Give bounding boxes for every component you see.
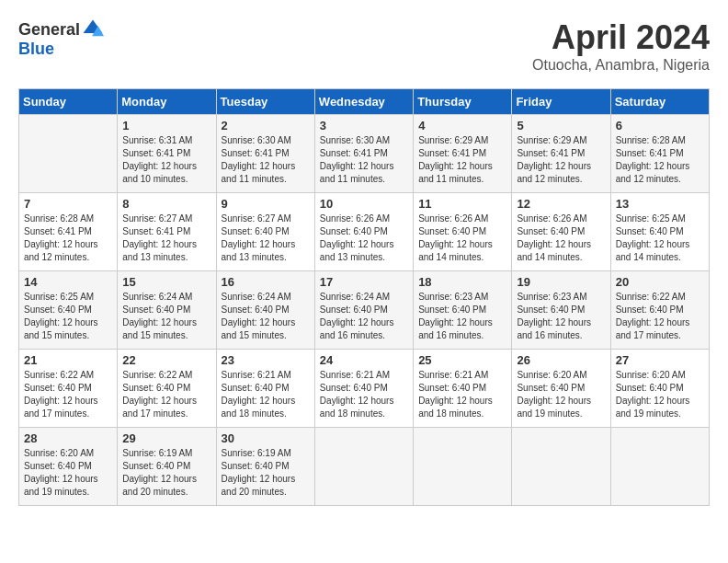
- weekday-header-saturday: Saturday: [610, 89, 709, 115]
- day-cell: 28Sunrise: 6:20 AMSunset: 6:40 PMDayligh…: [19, 428, 118, 506]
- day-number: 10: [320, 197, 408, 211]
- day-info: Sunrise: 6:31 AMSunset: 6:41 PMDaylight:…: [122, 134, 210, 186]
- calendar-table: SundayMondayTuesdayWednesdayThursdayFrid…: [18, 88, 710, 506]
- weekday-header-wednesday: Wednesday: [314, 89, 413, 115]
- day-cell: 17Sunrise: 6:24 AMSunset: 6:40 PMDayligh…: [314, 271, 413, 350]
- day-number: 29: [122, 431, 210, 445]
- day-info: Sunrise: 6:19 AMSunset: 6:40 PMDaylight:…: [122, 447, 210, 499]
- day-number: 12: [517, 197, 605, 211]
- day-cell: 12Sunrise: 6:26 AMSunset: 6:40 PMDayligh…: [512, 193, 610, 271]
- day-cell: 27Sunrise: 6:20 AMSunset: 6:40 PMDayligh…: [610, 350, 709, 428]
- header: General Blue April 2024 Otuocha, Anambra…: [18, 18, 710, 74]
- calendar-title: April 2024: [532, 18, 710, 57]
- day-number: 11: [418, 197, 506, 211]
- weekday-header-sunday: Sunday: [19, 89, 118, 115]
- day-info: Sunrise: 6:23 AMSunset: 6:40 PMDaylight:…: [418, 291, 506, 342]
- weekday-header-friday: Friday: [512, 89, 610, 115]
- day-cell: 4Sunrise: 6:29 AMSunset: 6:41 PMDaylight…: [414, 115, 512, 193]
- day-cell: 14Sunrise: 6:25 AMSunset: 6:40 PMDayligh…: [19, 271, 118, 350]
- day-cell: 8Sunrise: 6:27 AMSunset: 6:41 PMDaylight…: [118, 193, 216, 271]
- day-info: Sunrise: 6:22 AMSunset: 6:40 PMDaylight:…: [616, 291, 704, 342]
- day-info: Sunrise: 6:19 AMSunset: 6:40 PMDaylight:…: [222, 447, 310, 499]
- day-number: 6: [616, 119, 704, 132]
- day-cell: 13Sunrise: 6:25 AMSunset: 6:40 PMDayligh…: [610, 193, 709, 271]
- day-info: Sunrise: 6:21 AMSunset: 6:40 PMDaylight:…: [418, 369, 506, 420]
- day-info: Sunrise: 6:27 AMSunset: 6:41 PMDaylight:…: [122, 213, 210, 264]
- week-row-4: 21Sunrise: 6:22 AMSunset: 6:40 PMDayligh…: [19, 350, 710, 428]
- day-number: 19: [517, 275, 605, 289]
- day-number: 22: [122, 353, 210, 367]
- day-cell: 22Sunrise: 6:22 AMSunset: 6:40 PMDayligh…: [118, 350, 216, 428]
- day-cell: 26Sunrise: 6:20 AMSunset: 6:40 PMDayligh…: [512, 350, 610, 428]
- day-cell: 3Sunrise: 6:30 AMSunset: 6:41 PMDaylight…: [314, 115, 413, 193]
- day-number: 13: [616, 197, 704, 211]
- day-info: Sunrise: 6:24 AMSunset: 6:40 PMDaylight:…: [122, 291, 210, 342]
- day-info: Sunrise: 6:25 AMSunset: 6:40 PMDaylight:…: [616, 213, 704, 264]
- day-cell: 29Sunrise: 6:19 AMSunset: 6:40 PMDayligh…: [118, 428, 216, 506]
- day-number: 2: [222, 119, 310, 132]
- logo-blue: Blue: [18, 40, 54, 57]
- day-cell: 23Sunrise: 6:21 AMSunset: 6:40 PMDayligh…: [216, 350, 314, 428]
- day-cell: 19Sunrise: 6:23 AMSunset: 6:40 PMDayligh…: [512, 271, 610, 350]
- day-info: Sunrise: 6:20 AMSunset: 6:40 PMDaylight:…: [24, 447, 112, 499]
- day-cell: 30Sunrise: 6:19 AMSunset: 6:40 PMDayligh…: [216, 428, 314, 506]
- week-row-3: 14Sunrise: 6:25 AMSunset: 6:40 PMDayligh…: [19, 271, 710, 350]
- day-number: 24: [320, 353, 408, 367]
- day-info: Sunrise: 6:21 AMSunset: 6:40 PMDaylight:…: [320, 369, 408, 420]
- day-info: Sunrise: 6:26 AMSunset: 6:40 PMDaylight:…: [320, 213, 408, 264]
- title-area: April 2024 Otuocha, Anambra, Nigeria: [532, 18, 710, 74]
- day-number: 25: [418, 353, 506, 367]
- day-cell: 11Sunrise: 6:26 AMSunset: 6:40 PMDayligh…: [414, 193, 512, 271]
- day-cell: 15Sunrise: 6:24 AMSunset: 6:40 PMDayligh…: [118, 271, 216, 350]
- day-cell: 25Sunrise: 6:21 AMSunset: 6:40 PMDayligh…: [414, 350, 512, 428]
- day-info: Sunrise: 6:30 AMSunset: 6:41 PMDaylight:…: [320, 134, 408, 186]
- week-row-1: 1Sunrise: 6:31 AMSunset: 6:41 PMDaylight…: [19, 115, 710, 193]
- day-info: Sunrise: 6:22 AMSunset: 6:40 PMDaylight:…: [24, 369, 112, 420]
- day-number: 18: [418, 275, 506, 289]
- day-cell: 7Sunrise: 6:28 AMSunset: 6:41 PMDaylight…: [19, 193, 118, 271]
- day-number: 1: [122, 119, 210, 132]
- day-number: 14: [24, 275, 112, 289]
- day-cell: 9Sunrise: 6:27 AMSunset: 6:40 PMDaylight…: [216, 193, 314, 271]
- day-number: 5: [517, 119, 605, 132]
- logo-general: General: [18, 21, 80, 38]
- day-cell: [314, 428, 413, 506]
- day-cell: 6Sunrise: 6:28 AMSunset: 6:41 PMDaylight…: [610, 115, 709, 193]
- day-cell: [414, 428, 512, 506]
- day-number: 3: [320, 119, 408, 132]
- day-number: 8: [122, 197, 210, 211]
- day-number: 9: [222, 197, 310, 211]
- day-number: 30: [222, 431, 310, 445]
- day-info: Sunrise: 6:20 AMSunset: 6:40 PMDaylight:…: [616, 369, 704, 420]
- week-row-2: 7Sunrise: 6:28 AMSunset: 6:41 PMDaylight…: [19, 193, 710, 271]
- day-number: 17: [320, 275, 408, 289]
- day-number: 7: [24, 197, 112, 211]
- day-info: Sunrise: 6:25 AMSunset: 6:40 PMDaylight:…: [24, 291, 112, 342]
- day-info: Sunrise: 6:23 AMSunset: 6:40 PMDaylight:…: [517, 291, 605, 342]
- day-cell: 2Sunrise: 6:30 AMSunset: 6:41 PMDaylight…: [216, 115, 314, 193]
- day-cell: [610, 428, 709, 506]
- logo-icon: [82, 18, 104, 40]
- day-info: Sunrise: 6:24 AMSunset: 6:40 PMDaylight:…: [222, 291, 310, 342]
- day-info: Sunrise: 6:27 AMSunset: 6:40 PMDaylight:…: [222, 213, 310, 264]
- day-number: 15: [122, 275, 210, 289]
- logo: General Blue: [18, 18, 104, 57]
- day-number: 28: [24, 431, 112, 445]
- day-info: Sunrise: 6:29 AMSunset: 6:41 PMDaylight:…: [418, 134, 506, 186]
- weekday-header-tuesday: Tuesday: [216, 89, 314, 115]
- day-number: 23: [222, 353, 310, 367]
- day-cell: [19, 115, 118, 193]
- day-info: Sunrise: 6:26 AMSunset: 6:40 PMDaylight:…: [418, 213, 506, 264]
- day-cell: 16Sunrise: 6:24 AMSunset: 6:40 PMDayligh…: [216, 271, 314, 350]
- day-number: 4: [418, 119, 506, 132]
- day-info: Sunrise: 6:28 AMSunset: 6:41 PMDaylight:…: [616, 134, 704, 186]
- weekday-header-thursday: Thursday: [414, 89, 512, 115]
- weekday-header-monday: Monday: [118, 89, 216, 115]
- day-info: Sunrise: 6:28 AMSunset: 6:41 PMDaylight:…: [24, 213, 112, 264]
- week-row-5: 28Sunrise: 6:20 AMSunset: 6:40 PMDayligh…: [19, 428, 710, 506]
- day-cell: 5Sunrise: 6:29 AMSunset: 6:41 PMDaylight…: [512, 115, 610, 193]
- calendar-subtitle: Otuocha, Anambra, Nigeria: [532, 57, 710, 74]
- day-info: Sunrise: 6:29 AMSunset: 6:41 PMDaylight:…: [517, 134, 605, 186]
- day-number: 26: [517, 353, 605, 367]
- day-cell: 20Sunrise: 6:22 AMSunset: 6:40 PMDayligh…: [610, 271, 709, 350]
